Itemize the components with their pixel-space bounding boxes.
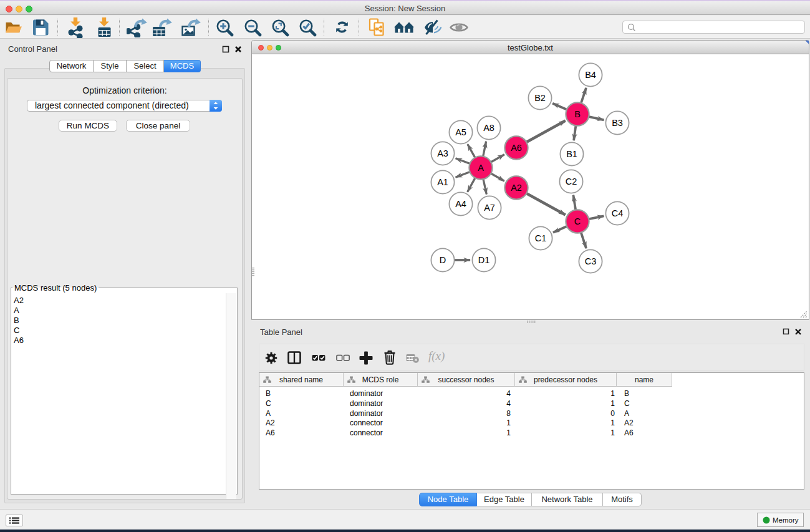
svg-text:B2: B2 xyxy=(534,93,546,103)
svg-text:A2: A2 xyxy=(511,183,522,193)
svg-text:A4: A4 xyxy=(455,199,466,209)
svg-text:A5: A5 xyxy=(455,127,466,137)
svg-text:A: A xyxy=(478,163,484,173)
svg-text:D: D xyxy=(440,255,446,265)
svg-text:A7: A7 xyxy=(484,203,495,213)
svg-text:A3: A3 xyxy=(437,148,448,158)
svg-text:C1: C1 xyxy=(535,233,547,243)
svg-text:C3: C3 xyxy=(585,256,597,266)
svg-text:A6: A6 xyxy=(511,143,522,153)
svg-text:B: B xyxy=(574,109,581,119)
svg-text:B3: B3 xyxy=(612,118,623,128)
svg-text:C2: C2 xyxy=(566,177,577,186)
svg-text:C: C xyxy=(574,216,581,226)
svg-text:D1: D1 xyxy=(478,255,490,265)
svg-text:C4: C4 xyxy=(612,208,624,218)
svg-text:B1: B1 xyxy=(566,149,577,159)
svg-text:A8: A8 xyxy=(483,123,494,133)
svg-text:B4: B4 xyxy=(585,70,596,80)
svg-text:A1: A1 xyxy=(437,177,448,187)
